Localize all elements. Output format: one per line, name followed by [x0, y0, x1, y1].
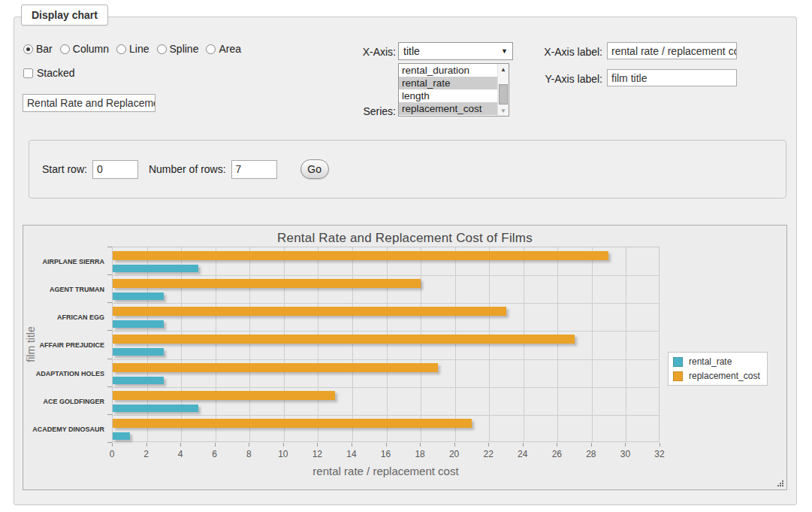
y-tick-mark [107, 359, 112, 359]
y-gridline [113, 275, 659, 276]
series-multiselect[interactable]: rental_durationrental_ratelengthreplacem… [398, 63, 509, 117]
radio-column-icon[interactable] [60, 44, 70, 54]
legend-swatch-replacement_cost [673, 371, 683, 381]
x-tick-label: 8 [246, 449, 252, 459]
chart-legend: rental_ratereplacement_cost [668, 352, 768, 386]
chart-type-option-area[interactable]: Area [206, 43, 241, 55]
x-tick-mark [488, 443, 489, 447]
stacked-checkbox[interactable] [23, 68, 33, 78]
x-tick-mark [215, 443, 216, 447]
bar-rental_rate [113, 265, 198, 272]
y-gridline [113, 415, 659, 416]
bar-rental_rate [113, 377, 164, 384]
x-gridline [216, 247, 216, 441]
radio-bar-icon[interactable] [23, 44, 33, 54]
number-of-rows-label: Number of rows: [149, 163, 226, 175]
x-tick-mark [420, 443, 421, 447]
radio-spline-icon[interactable] [157, 44, 167, 54]
bar-rental_rate [113, 292, 164, 300]
x-tick-label: 32 [654, 449, 664, 459]
series-option-length[interactable]: length [399, 89, 497, 102]
bar-rental_rate [113, 348, 164, 356]
radio-label: Bar [36, 43, 53, 55]
chart-type-radio-group: BarColumnLineSplineArea [23, 43, 249, 55]
x-tick-label: 14 [346, 449, 356, 459]
x-tick-label: 22 [484, 449, 494, 459]
series-option-rental_rate[interactable]: rental_rate [399, 77, 497, 89]
legend-label: replacement_cost [689, 371, 760, 381]
x-tick-label: 0 [110, 449, 115, 459]
legend-label: rental_rate [689, 356, 732, 367]
bar-replacement_cost [113, 335, 575, 344]
x-tick-label: 2 [143, 449, 149, 459]
x-tick-mark [625, 443, 626, 447]
bar-replacement_cost [113, 363, 438, 372]
scrollbar-down-icon[interactable]: ▼ [498, 105, 509, 116]
series-option-rental_duration[interactable]: rental_duration [399, 64, 497, 77]
category-label: AIRPLANE SIERRA [23, 258, 104, 265]
x-gridline [455, 247, 456, 441]
stacked-label: Stacked [37, 67, 75, 79]
x-tick-mark [557, 443, 557, 447]
x-tick-mark [317, 443, 318, 447]
chart-type-option-line[interactable]: Line [116, 43, 149, 55]
y-tick-mark [107, 274, 112, 275]
x-tick-mark [660, 443, 660, 447]
x-axis-selected-value: title [403, 45, 420, 57]
y-axis-label-input[interactable]: film title [607, 69, 737, 86]
go-button[interactable]: Go [300, 159, 329, 179]
x-tick-label: 18 [415, 449, 424, 459]
scrollbar-up-icon[interactable]: ▲ [498, 64, 509, 74]
series-option-replacement_cost[interactable]: replacement_cost [399, 102, 497, 115]
x-gridline [181, 247, 182, 441]
dropdown-arrow-icon: ▼ [501, 47, 508, 55]
category-label: AGENT TRUMAN [23, 286, 104, 293]
chart-title-input[interactable]: Rental Rate and Replacemer [23, 94, 155, 112]
number-of-rows-input[interactable]: 7 [231, 160, 277, 179]
x-gridline [592, 247, 593, 441]
x-gridline [489, 247, 490, 441]
radio-label: Spline [170, 43, 199, 55]
x-gridline [284, 247, 285, 441]
start-row-input[interactable]: 0 [92, 160, 138, 179]
x-tick-mark [454, 443, 455, 447]
x-gridline [352, 247, 353, 441]
x-tick-mark [523, 443, 524, 447]
x-tick-label: 16 [381, 449, 391, 459]
x-tick-mark [591, 443, 592, 447]
radio-label: Column [73, 43, 109, 55]
series-scrollbar[interactable]: ▲ ▼ [497, 64, 509, 116]
x-axis-select[interactable]: title ▼ [398, 42, 513, 60]
bar-replacement_cost [113, 251, 608, 260]
x-tick-label: 28 [586, 449, 596, 459]
radio-line-icon[interactable] [116, 44, 126, 54]
x-axis-label-caption: X-Axis label: [524, 46, 602, 58]
resize-handle-icon[interactable] [775, 478, 784, 487]
scrollbar-thumb[interactable] [499, 84, 508, 105]
x-tick-label: 10 [278, 449, 288, 459]
chart-type-option-spline[interactable]: Spline [157, 43, 199, 55]
x-gridline [318, 247, 318, 441]
stacked-checkbox-row[interactable]: Stacked [23, 67, 75, 79]
chart-type-option-column[interactable]: Column [60, 43, 109, 55]
x-axis-select-label: X-Axis: [331, 46, 396, 58]
y-tick-mark [107, 414, 112, 415]
chart-x-axis-title: rental rate / replacement cost [112, 465, 660, 477]
y-gridline [113, 387, 659, 388]
x-tick-mark [249, 443, 249, 447]
radio-area-icon[interactable] [206, 44, 216, 54]
chart-type-option-bar[interactable]: Bar [23, 43, 53, 55]
x-tick-label: 20 [449, 449, 459, 459]
y-gridline [113, 359, 659, 360]
legend-swatch-rental_rate [673, 357, 683, 367]
bar-rental_rate [113, 320, 164, 328]
radio-label: Line [129, 43, 149, 55]
y-axis-label-caption: Y-Axis label: [524, 73, 602, 85]
y-tick-mark [107, 442, 112, 443]
x-gridline [387, 247, 388, 441]
x-tick-label: 26 [552, 449, 562, 459]
legend-item-rental_rate: rental_rate [673, 356, 760, 367]
chart-title: Rental Rate and Replacement Cost of Film… [23, 231, 786, 246]
bar-replacement_cost [113, 419, 472, 428]
x-axis-label-input[interactable]: rental rate / replacement cost [607, 42, 737, 59]
